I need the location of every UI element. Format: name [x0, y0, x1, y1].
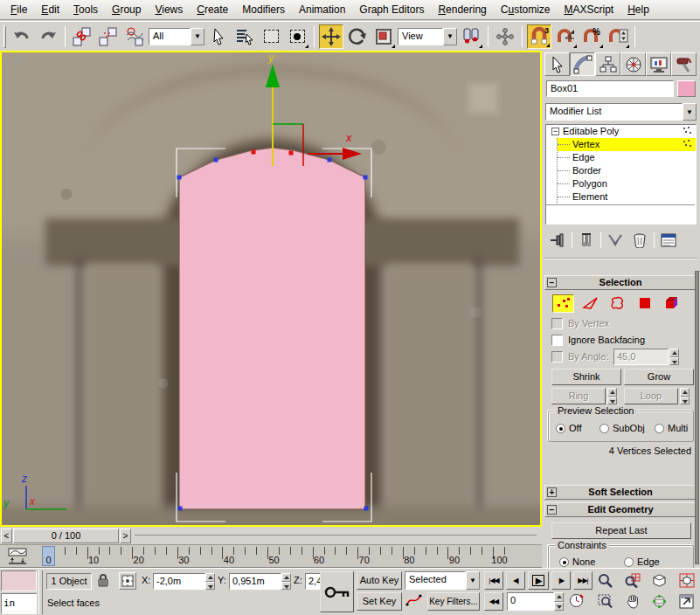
- zoom-extents-all-button[interactable]: [674, 571, 699, 590]
- show-end-result-button[interactable]: [576, 231, 597, 250]
- ring-spinner[interactable]: [607, 388, 617, 404]
- listener-splitter[interactable]: [38, 570, 43, 614]
- constraints-none-radio[interactable]: None: [559, 556, 595, 567]
- open-mini-curve-editor-button[interactable]: [2, 546, 33, 567]
- make-unique-button[interactable]: [605, 231, 626, 250]
- polygon-subobject-button[interactable]: [634, 294, 655, 313]
- ring-button[interactable]: Ring: [551, 388, 606, 404]
- viewport-canvas[interactable]: Left y: [2, 52, 540, 525]
- stack-row-edge[interactable]: Edge: [558, 151, 696, 164]
- angle-snap-toggle-button[interactable]: [553, 24, 578, 49]
- previous-frame-slider-button[interactable]: <: [1, 529, 12, 543]
- dropdown-arrow-icon[interactable]: ▼: [191, 28, 204, 45]
- bind-to-space-warp-button[interactable]: [122, 24, 147, 49]
- gizmo-x-arrowhead[interactable]: [343, 148, 362, 160]
- select-and-link-button[interactable]: [70, 24, 94, 49]
- set-keys-button[interactable]: [320, 571, 354, 612]
- select-and-manipulate-button[interactable]: [493, 24, 517, 49]
- pin-stack-button[interactable]: [547, 231, 568, 250]
- rollout-selection-header[interactable]: − Selection: [544, 275, 697, 290]
- by-angle-field[interactable]: 45,0: [613, 349, 669, 365]
- track-bar[interactable]: 0102030405060708090100: [0, 545, 542, 568]
- vertex-unselected[interactable]: [178, 507, 183, 511]
- menu-tools[interactable]: Tools: [66, 1, 105, 18]
- remove-modifier-button[interactable]: [629, 231, 650, 250]
- menu-animation[interactable]: Animation: [292, 1, 352, 18]
- tab-hierarchy[interactable]: [595, 52, 620, 76]
- ignore-backfacing-checkbox[interactable]: [551, 335, 563, 346]
- vertex-selected[interactable]: [252, 150, 256, 155]
- key-mode-combo[interactable]: Selected ▼: [405, 571, 480, 590]
- shrink-button[interactable]: Shrink: [551, 369, 621, 385]
- y-coordinate-field[interactable]: 0,951m: [229, 573, 281, 590]
- object-name-field[interactable]: Box01: [546, 80, 674, 97]
- gizmo-y-arrowhead[interactable]: [266, 64, 280, 87]
- vertex-unselected[interactable]: [364, 176, 368, 180]
- menu-customize[interactable]: Customize: [494, 1, 558, 18]
- select-object-button[interactable]: [206, 24, 231, 49]
- by-angle-checkbox[interactable]: [551, 351, 563, 363]
- window-crossing-toggle-button[interactable]: [285, 24, 309, 49]
- menu-file[interactable]: File: [3, 1, 34, 18]
- selection-lock-toggle[interactable]: [96, 572, 114, 590]
- by-angle-spinner[interactable]: [669, 349, 679, 365]
- dropdown-arrow-icon[interactable]: ▼: [466, 571, 480, 590]
- reference-coordinate-combo[interactable]: View ▼: [398, 28, 457, 45]
- select-and-move-button[interactable]: [319, 24, 343, 49]
- rollout-edit-geometry-header[interactable]: − Edit Geometry: [544, 502, 697, 517]
- selection-filter-combo[interactable]: All ▼: [149, 28, 204, 45]
- vertex-unselected[interactable]: [328, 158, 332, 162]
- editable-poly-object[interactable]: [179, 148, 365, 509]
- modifier-stack[interactable]: − Editable Poly Vertex Edge Border: [545, 124, 697, 225]
- vertex-subobject-button[interactable]: [552, 294, 574, 313]
- by-vertex-checkbox-row[interactable]: By Vertex: [551, 318, 609, 329]
- collapse-icon[interactable]: −: [547, 505, 557, 515]
- macro-recorder-pane[interactable]: [1, 570, 37, 591]
- dropdown-arrow-icon[interactable]: ▼: [683, 103, 697, 121]
- vertex-unselected[interactable]: [177, 176, 182, 180]
- tab-display[interactable]: [646, 52, 671, 76]
- key-filters-button[interactable]: Key Filters...: [427, 592, 480, 611]
- maximize-viewport-toggle-button[interactable]: [674, 592, 699, 611]
- previous-frame-button[interactable]: ◀|: [506, 571, 525, 590]
- select-by-name-button[interactable]: [232, 24, 257, 49]
- menu-views[interactable]: Views: [148, 1, 190, 18]
- loop-button[interactable]: Loop: [624, 388, 678, 404]
- border-subobject-button[interactable]: [606, 294, 628, 313]
- spinner-snap-toggle-button[interactable]: [606, 24, 630, 49]
- frame-spinner[interactable]: [554, 592, 564, 611]
- collapse-icon[interactable]: −: [547, 278, 557, 287]
- percent-snap-toggle-button[interactable]: %: [579, 24, 604, 49]
- object-color-swatch[interactable]: [677, 80, 696, 97]
- next-frame-slider-button[interactable]: >: [120, 529, 131, 543]
- constraints-edge-radio[interactable]: Edge: [624, 556, 660, 567]
- menu-maxscript[interactable]: MAXScript: [558, 1, 621, 18]
- grow-button[interactable]: Grow: [624, 369, 694, 385]
- stack-row-polygon[interactable]: Polygon: [558, 177, 696, 190]
- stack-row-border[interactable]: Border: [558, 164, 696, 177]
- ignore-backfacing-checkbox-row[interactable]: Ignore Backfacing: [551, 335, 645, 346]
- menu-edit[interactable]: Edit: [34, 1, 66, 18]
- arc-rotate-button[interactable]: [647, 592, 672, 611]
- rollout-soft-selection-header[interactable]: + Soft Selection: [544, 485, 697, 500]
- current-frame-field[interactable]: 0: [507, 592, 554, 611]
- preview-off-radio[interactable]: Off: [556, 423, 581, 433]
- by-angle-row[interactable]: By Angle: 45,0: [551, 351, 608, 363]
- menu-rendering[interactable]: Rendering: [431, 1, 493, 18]
- element-subobject-button[interactable]: [661, 294, 683, 313]
- pan-view-button[interactable]: [620, 592, 645, 611]
- go-to-start-button[interactable]: |◀◀: [484, 571, 503, 590]
- redo-button[interactable]: [36, 24, 60, 49]
- dropdown-arrow-icon[interactable]: ▼: [443, 28, 457, 45]
- tab-modify[interactable]: [570, 52, 595, 76]
- loop-spinner[interactable]: [680, 388, 690, 404]
- configure-modifier-sets-button[interactable]: [658, 231, 679, 250]
- vertex-selected[interactable]: [289, 151, 294, 155]
- x-coordinate-field[interactable]: -2,0m: [153, 573, 205, 590]
- preview-subobj-radio[interactable]: SubObj: [600, 423, 645, 433]
- viewport-left[interactable]: Left y: [0, 51, 542, 527]
- time-slider-handle[interactable]: 0 / 100: [13, 529, 119, 543]
- go-to-end-button[interactable]: ▶▶|: [573, 571, 593, 590]
- stack-row-editable-poly[interactable]: − Editable Poly: [546, 125, 696, 138]
- panel-scrollbar[interactable]: [695, 271, 699, 564]
